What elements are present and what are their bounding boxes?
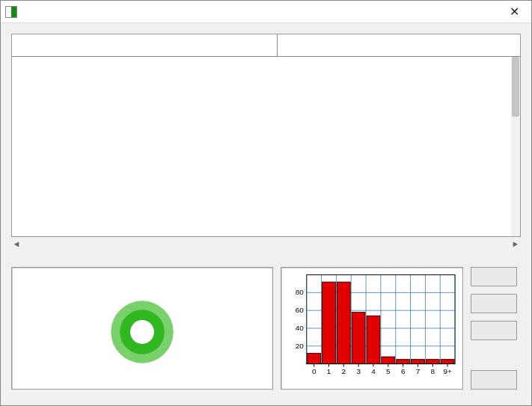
col-value[interactable] [278,34,520,56]
svg-text:2: 2 [342,367,346,375]
help-button[interactable] [471,267,517,286]
col-parameter[interactable] [12,34,278,56]
svg-text:4: 4 [371,367,376,375]
horizontal-scrollbar[interactable]: ◄ ► [11,239,521,249]
svg-text:20: 20 [296,342,305,350]
scroll-left-icon[interactable]: ◄ [11,239,22,249]
svg-rect-40 [426,360,439,364]
histogram-chart: 20406080 0123456789+ [281,267,463,390]
scroll-right-icon[interactable]: ► [510,239,521,249]
svg-rect-32 [367,316,380,363]
close-button[interactable]: ✕ [497,1,531,23]
copy-button[interactable] [471,294,517,313]
svg-text:7: 7 [416,367,421,375]
svg-rect-30 [352,313,365,364]
svg-text:5: 5 [386,367,391,375]
table-body[interactable] [12,57,511,236]
svg-text:6: 6 [401,367,406,375]
vertical-scrollbar[interactable] [511,57,520,236]
svg-text:8: 8 [431,367,435,375]
titlebar: ✕ [1,1,531,23]
scrollbar-thumb[interactable] [512,57,519,117]
app-icon [5,6,17,18]
svg-text:80: 80 [296,288,305,296]
svg-rect-42 [441,360,454,364]
svg-text:60: 60 [296,306,305,314]
table-header [12,34,520,57]
svg-point-2 [130,320,154,344]
svg-text:40: 40 [296,324,305,332]
metrics-window: ✕ ◄ ► [0,0,532,406]
kiviat-graph [11,267,273,390]
svg-rect-38 [412,360,425,364]
svg-text:0: 0 [312,367,317,375]
svg-text:3: 3 [356,367,361,375]
svg-text:9+: 9+ [444,367,453,375]
svg-text:1: 1 [327,367,331,375]
svg-rect-36 [397,360,410,364]
kiviat-label [11,253,273,267]
histogram-panel: 20406080 0123456789+ [281,253,463,390]
button-column [471,253,517,390]
svg-rect-34 [382,357,395,364]
svg-rect-28 [337,282,350,363]
svg-rect-24 [308,353,321,363]
kiviat-panel [11,253,273,390]
histogram-label [281,253,463,267]
metrics-table[interactable] [11,34,521,237]
print-button[interactable] [471,321,517,340]
svg-rect-26 [322,282,336,363]
done-button[interactable] [471,370,517,390]
